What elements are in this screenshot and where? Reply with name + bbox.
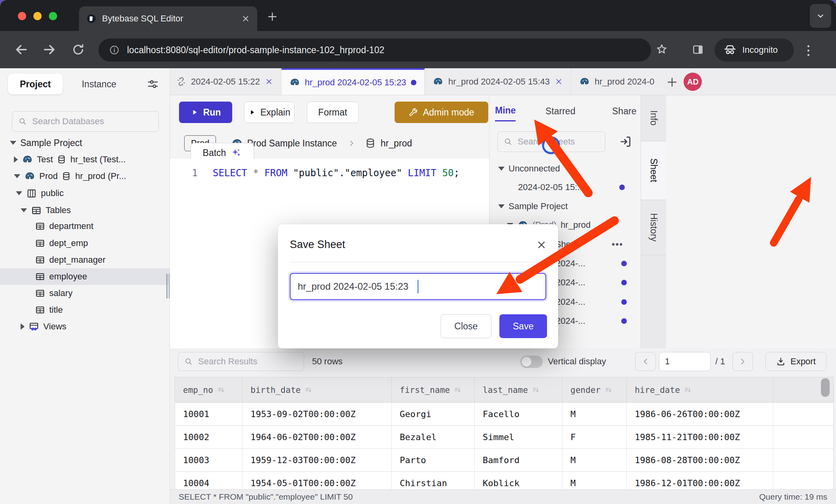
format-button[interactable]: Format xyxy=(307,102,358,123)
column-header[interactable]: emp_no xyxy=(175,377,243,402)
row-count: 50 rows xyxy=(312,356,343,367)
modal-save-button[interactable]: Save xyxy=(499,314,547,338)
close-sheet-tab-icon[interactable] xyxy=(555,77,563,86)
sort-icon[interactable] xyxy=(304,386,312,394)
postgres-icon xyxy=(289,77,300,88)
sheet-search-input[interactable] xyxy=(518,137,599,147)
explain-button[interactable]: Explain xyxy=(244,102,295,123)
tree-item-table-title[interactable]: title xyxy=(0,302,170,318)
address-bar[interactable]: localhost:8080/sql-editor/prod-sample-in… xyxy=(98,38,651,62)
run-button[interactable]: Run xyxy=(179,102,232,123)
new-sheet-tab-button[interactable] xyxy=(666,76,678,88)
tree-item-tables-group[interactable]: Tables xyxy=(0,202,170,219)
sheet-item-unconnected-1[interactable]: 2024-02-05 15:... xyxy=(489,179,641,196)
close-sheet-tab-icon[interactable] xyxy=(265,77,273,86)
tree-item-schema-public[interactable]: public xyxy=(0,185,170,202)
tree-item-db-hr-prod[interactable]: Prod hr_prod (Pr... xyxy=(0,168,170,185)
page-number-input[interactable] xyxy=(665,356,705,367)
tab-share[interactable]: Share xyxy=(612,101,636,121)
tree-project-label: Sample Project xyxy=(20,138,82,148)
filter-sliders-icon[interactable] xyxy=(146,78,159,90)
instance-name[interactable]: Prod Sample Instance xyxy=(247,138,337,149)
tab-starred[interactable]: Starred xyxy=(545,101,575,121)
sheet-tab-bar: 2024-02-05 15:22 hr_prod 2024-02-05 15:2… xyxy=(170,68,836,95)
tree-item-project[interactable]: Sample Project xyxy=(0,135,170,151)
results-search[interactable] xyxy=(178,352,304,371)
url-text: localhost:8080/sql-editor/prod-sample-in… xyxy=(127,45,384,56)
sort-icon[interactable] xyxy=(454,386,462,394)
tab-sheet-active[interactable]: Sheet xyxy=(641,141,666,200)
tree-item-table-dept-manager[interactable]: dept_manager xyxy=(0,252,170,268)
database-name[interactable]: hr_prod xyxy=(381,138,412,149)
browser-menu-button[interactable] xyxy=(807,45,809,56)
sheet-tab-4[interactable]: hr_prod 2024-0 xyxy=(571,68,662,95)
back-button[interactable] xyxy=(13,42,29,58)
column-header[interactable]: last_name xyxy=(475,377,562,402)
tree-item-table-salary[interactable]: salary xyxy=(0,285,170,302)
tree-item-table-employee[interactable]: employee xyxy=(0,268,170,285)
chevron-left-icon xyxy=(641,357,650,366)
table-scrollbar-thumb[interactable] xyxy=(821,378,830,397)
close-window-button[interactable] xyxy=(18,12,26,20)
results-search-input[interactable] xyxy=(198,356,298,367)
sheet-group-project[interactable]: Sample Project xyxy=(489,198,641,215)
minimize-window-button[interactable] xyxy=(33,12,42,20)
tab-list-chevron-button[interactable] xyxy=(810,4,831,28)
new-browser-tab-button[interactable] xyxy=(267,11,278,22)
column-header[interactable]: first_name xyxy=(392,377,475,402)
results-panel: 50 rows Vertical display / 1 Export xyxy=(170,348,836,489)
table-label: dept_emp xyxy=(49,238,88,248)
side-panel-icon[interactable] xyxy=(692,43,704,56)
bookmark-star-icon[interactable] xyxy=(655,43,668,56)
tree-item-views-group[interactable]: Views xyxy=(0,318,170,335)
column-header[interactable]: gender xyxy=(562,377,627,402)
tab-mine[interactable]: Mine xyxy=(495,101,516,121)
sheet-tab-1[interactable]: 2024-02-05 15:22 xyxy=(170,68,281,95)
cell: 1953-09-02T00:00:00Z xyxy=(243,403,392,425)
cell: F xyxy=(562,426,627,448)
database-search-input[interactable] xyxy=(32,116,153,127)
next-page-button[interactable] xyxy=(732,352,753,371)
prev-page-button[interactable] xyxy=(635,352,656,371)
close-button-label: Close xyxy=(455,321,478,332)
sheet-search[interactable] xyxy=(497,131,605,152)
close-tab-icon[interactable] xyxy=(241,14,250,23)
database-search[interactable] xyxy=(12,111,159,132)
modal-close-icon[interactable] xyxy=(536,239,547,250)
sort-icon[interactable] xyxy=(684,386,692,394)
group-label: Unconnected xyxy=(509,164,560,174)
export-button[interactable]: Export xyxy=(765,352,826,371)
browser-tab[interactable]: Bytebase SQL Editor xyxy=(79,6,257,31)
tab-project[interactable]: Project xyxy=(8,74,63,94)
unsaved-dot-icon xyxy=(621,318,627,324)
table-label: dept_manager xyxy=(49,255,106,265)
column-header[interactable]: birth_date xyxy=(243,377,392,402)
tab-history[interactable]: History xyxy=(641,200,666,255)
cell-filler xyxy=(773,403,833,425)
sheet-tab-2-active[interactable]: hr_prod 2024-02-05 15:23 xyxy=(281,68,425,95)
tree-item-table-dept-emp[interactable]: dept_emp xyxy=(0,235,170,252)
modal-close-button[interactable]: Close xyxy=(441,314,491,338)
forward-button[interactable] xyxy=(41,42,57,58)
sheet-tab-3[interactable]: hr_prod 2024-02-05 15:43 xyxy=(425,68,571,95)
tab-info[interactable]: Info xyxy=(641,95,666,141)
tree-item-db-hr-test[interactable]: Test hr_test (Test... xyxy=(0,151,170,168)
sql-operator: * xyxy=(247,167,264,179)
import-sheet-icon[interactable] xyxy=(619,135,632,148)
admin-mode-button[interactable]: Admin mode xyxy=(395,102,488,123)
tab-instance[interactable]: Instance xyxy=(70,74,128,94)
sort-icon[interactable] xyxy=(532,386,540,394)
reload-button[interactable] xyxy=(71,42,86,58)
user-avatar[interactable]: AD xyxy=(684,73,702,91)
sort-icon[interactable] xyxy=(217,386,225,394)
site-info-icon[interactable] xyxy=(109,44,120,56)
sheet-group-unconnected[interactable]: Unconnected xyxy=(489,160,641,177)
column-header[interactable]: hire_date xyxy=(627,377,773,402)
more-options-icon[interactable]: ••• xyxy=(612,239,623,250)
sort-icon[interactable] xyxy=(605,386,613,394)
vertical-display-toggle[interactable] xyxy=(520,356,543,368)
tree-item-table-department[interactable]: department xyxy=(0,218,170,235)
executed-query-text: SELECT * FROM "public"."employee" LIMIT … xyxy=(179,492,353,502)
maximize-window-button[interactable] xyxy=(49,12,57,20)
page-number-field[interactable] xyxy=(659,352,711,371)
